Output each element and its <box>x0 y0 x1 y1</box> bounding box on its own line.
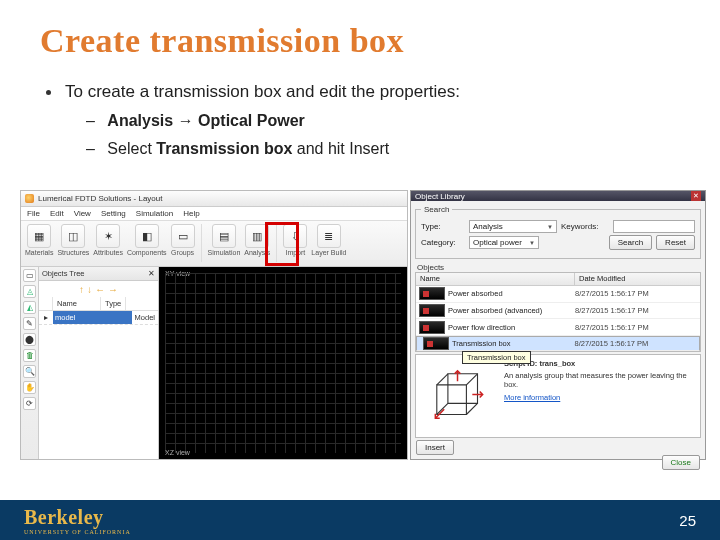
search-legend: Search <box>421 205 452 214</box>
list-row-power-flow[interactable]: Power flow direction8/27/2015 1:56:17 PM <box>416 319 700 336</box>
objects-tree-panel: Objects Tree✕ ↑ ↓ ← → Name Type ▸ mo <box>39 267 159 459</box>
highlight-box <box>265 222 299 266</box>
type-select[interactable]: Analysis▼ <box>469 220 557 233</box>
tb-simulation[interactable]: ▤Simulation <box>208 224 241 256</box>
close-button[interactable]: Close <box>662 455 700 470</box>
svg-line-2 <box>437 374 448 385</box>
keywords-label: Keywords: <box>561 222 609 231</box>
category-select[interactable]: Optical power▼ <box>469 236 539 249</box>
objects-legend: Objects <box>415 263 701 272</box>
thumb-icon <box>419 304 445 317</box>
components-icon: ◧ <box>135 224 159 248</box>
slide-title: Create transmission box <box>40 22 680 60</box>
preview-desc: An analysis group that measures the powe… <box>504 371 696 389</box>
svg-line-3 <box>466 374 477 385</box>
script-id: Script ID: trans_box <box>504 359 696 368</box>
chevron-down-icon: ▼ <box>547 224 553 230</box>
tool-select-icon[interactable]: ▭ <box>23 269 36 282</box>
menu-file[interactable]: File <box>27 209 40 218</box>
screenshot-figure: Lumerical FDTD Solutions - Layout File E… <box>20 190 710 460</box>
viewport[interactable]: XY view XZ view <box>159 267 407 459</box>
col-type[interactable]: Type <box>101 297 126 310</box>
more-info-link[interactable]: More information <box>504 393 560 402</box>
chevron-down-icon: ▼ <box>529 240 535 246</box>
list-row-power-absorbed-adv[interactable]: Power absorbed (advanced)8/27/2015 1:56:… <box>416 303 700 320</box>
arrow-right-icon[interactable]: → <box>108 284 118 295</box>
tree-header-row: Name Type <box>39 297 158 311</box>
tool-zoom-icon[interactable]: 🔍 <box>23 365 36 378</box>
tool-mountain2-icon[interactable]: ◭ <box>23 301 36 314</box>
tool-hand-icon[interactable]: ✋ <box>23 381 36 394</box>
tb-layer[interactable]: ≣Layer Build <box>311 224 346 256</box>
tree-close-icon[interactable]: ✕ <box>148 269 155 278</box>
app-toolbar: ▦Materials ◫Structures ✶Attributes ◧Comp… <box>21 221 407 267</box>
slide-footer: Berkeley UNIVERSITY OF CALIFORNIA 25 <box>0 500 720 540</box>
app-menubar: File Edit View Setting Simulation Help <box>21 207 407 221</box>
page-number: 25 <box>679 512 696 529</box>
preview-panel: Script ID: trans_box An analysis group t… <box>415 354 701 438</box>
tool-edit-icon[interactable]: ✎ <box>23 317 36 330</box>
bullet-2b: – Select Transmission box and hit Insert <box>40 140 680 158</box>
tool-mountain-icon[interactable]: ◬ <box>23 285 36 298</box>
keywords-input[interactable] <box>613 220 695 233</box>
layer-icon: ≣ <box>317 224 341 248</box>
thumb-icon <box>423 337 449 350</box>
col-name[interactable]: Name <box>53 297 101 310</box>
arrow-down-icon[interactable]: ↓ <box>87 284 92 295</box>
lib-title-text: Object Library <box>415 192 465 201</box>
menu-simulation[interactable]: Simulation <box>136 209 173 218</box>
tb-structures[interactable]: ◫Structures <box>57 224 89 256</box>
insert-button[interactable]: Insert <box>416 440 454 455</box>
model-icon: ▸ <box>39 311 53 324</box>
list-col-date[interactable]: Date Modified <box>575 273 700 285</box>
tb-groups[interactable]: ▭Groups <box>171 224 195 256</box>
category-label: Category: <box>421 238 465 247</box>
tool-rotate-icon[interactable]: ⟳ <box>23 397 36 410</box>
toolbar-separator <box>201 224 202 262</box>
bullet-list: To create a transmission box and edit th… <box>40 82 680 158</box>
simulation-icon: ▤ <box>212 224 236 248</box>
arrow-icon: → <box>178 112 194 129</box>
tb-attributes[interactable]: ✶Attributes <box>93 224 123 256</box>
menu-view[interactable]: View <box>74 209 91 218</box>
list-row-power-absorbed[interactable]: Power absorbed8/27/2015 1:56:17 PM <box>416 286 700 303</box>
bullet-1-text: To create a transmission box and edit th… <box>65 82 460 101</box>
materials-icon: ▦ <box>27 224 51 248</box>
bullet-1: To create a transmission box and edit th… <box>40 82 680 102</box>
app-titlebar: Lumerical FDTD Solutions - Layout <box>21 191 407 207</box>
menu-help[interactable]: Help <box>183 209 199 218</box>
object-library-window: Object Library ✕ Search Type: Analysis▼ … <box>410 190 706 460</box>
b2b-prefix: Select <box>107 140 156 157</box>
tool-point-icon[interactable]: ⬤ <box>23 333 36 346</box>
dash-icon: – <box>86 112 95 129</box>
list-header: Name Date Modified <box>416 273 700 286</box>
lib-titlebar: Object Library ✕ <box>411 191 705 201</box>
arrow-left-icon[interactable]: ← <box>95 284 105 295</box>
svg-line-4 <box>466 403 477 414</box>
type-label: Type: <box>421 222 465 231</box>
menu-setting[interactable]: Setting <box>101 209 126 218</box>
close-icon[interactable]: ✕ <box>691 191 701 201</box>
view-label-bottom: XZ view <box>165 449 190 456</box>
row-type: Model <box>132 311 158 324</box>
fdtd-app-window: Lumerical FDTD Solutions - Layout File E… <box>20 190 408 460</box>
objects-list: Name Date Modified Power absorbed8/27/20… <box>415 272 701 352</box>
list-col-name[interactable]: Name <box>416 273 575 285</box>
viewport-grid <box>165 273 401 453</box>
menu-edit[interactable]: Edit <box>50 209 64 218</box>
tree-title: Objects Tree <box>42 269 85 278</box>
arrow-up-icon[interactable]: ↑ <box>79 284 84 295</box>
tb-components[interactable]: ◧Components <box>127 224 167 256</box>
app-icon <box>25 194 34 203</box>
tree-arrows: ↑ ↓ ← → <box>39 281 158 297</box>
list-row-transmission-box[interactable]: Transmission box8/27/2015 1:56:17 PM <box>416 336 700 351</box>
b2a-analysis: Analysis <box>107 112 173 129</box>
tb-materials[interactable]: ▦Materials <box>25 224 53 256</box>
tool-delete-icon[interactable]: 🗑 <box>23 349 36 362</box>
b2b-bold: Transmission box <box>156 140 292 157</box>
svg-line-5 <box>437 403 448 414</box>
reset-button[interactable]: Reset <box>656 235 695 250</box>
structures-icon: ◫ <box>61 224 85 248</box>
search-button[interactable]: Search <box>609 235 652 250</box>
tree-row-model[interactable]: ▸ model Model <box>39 311 158 325</box>
